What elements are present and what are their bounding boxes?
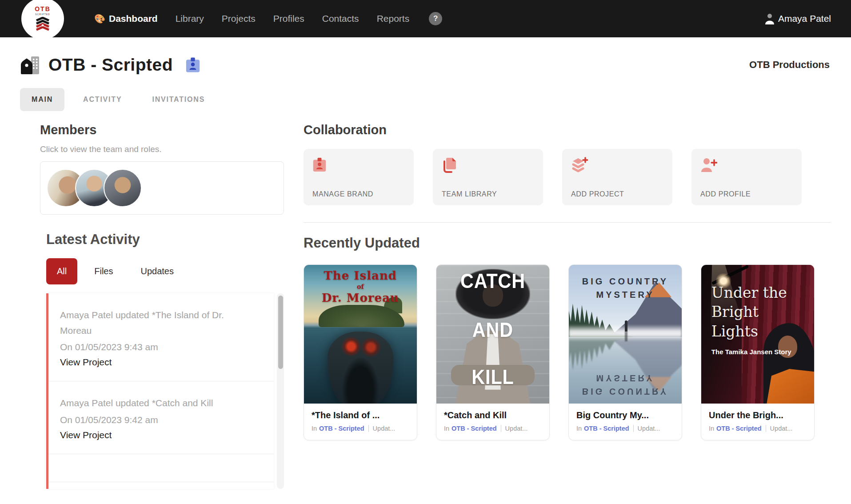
poster-decoration xyxy=(328,332,393,404)
poster-title-line: Bright xyxy=(711,302,787,322)
nav-item-profiles[interactable]: Profiles xyxy=(273,13,304,24)
team-library-card[interactable]: TEAM LIBRARY xyxy=(433,149,543,205)
tab-invitations[interactable]: INVITATIONS xyxy=(140,88,216,111)
meta-updated: Updat... xyxy=(770,425,793,432)
nav-item-label: Contacts xyxy=(322,13,359,24)
poster-title: BIG COUNTRY MYSTERY xyxy=(569,275,682,301)
poster-title-line: BIG COUNTRY xyxy=(569,275,682,288)
activity-list: Amaya Patel updated *The Island of Dr. M… xyxy=(46,293,274,489)
activity-filters: All Files Updates xyxy=(40,258,284,284)
poster-title-line: of xyxy=(304,283,417,290)
latest-activity-title: Latest Activity xyxy=(40,232,284,248)
project-card-footer: *The Island of ... In OTB - Scripted Upd… xyxy=(304,404,417,440)
poster-big-country-image: BIG COUNTRY MYSTERY BIG COUNTRY MYSTERY xyxy=(569,265,682,404)
team-badge-icon[interactable] xyxy=(185,57,200,73)
manage-brand-card[interactable]: MANAGE BRAND xyxy=(304,149,414,205)
project-meta: In OTB - Scripted Updat... xyxy=(312,425,409,432)
activity-text: Amaya Patel updated *Catch and Kill xyxy=(60,396,251,411)
poster-catch-image: CATCH AND KILL xyxy=(436,265,549,404)
team-link[interactable]: OTB - Scripted xyxy=(716,425,762,432)
poster-title-line: The Island xyxy=(304,269,417,282)
logo-text: OTB xyxy=(35,6,51,12)
app-logo[interactable]: OTB SCRIPTED xyxy=(21,0,64,40)
meta-in-label: In xyxy=(576,425,582,432)
meta-updated: Updat... xyxy=(505,425,528,432)
project-card-footer: Under the Brigh... In OTB - Scripted Upd… xyxy=(701,404,814,440)
page-title: OTB - Scripted xyxy=(48,55,173,75)
avatar[interactable] xyxy=(104,169,142,207)
add-profile-card[interactable]: ADD PROFILE xyxy=(691,149,802,205)
filter-updates[interactable]: Updates xyxy=(130,258,184,284)
nav-menu: 🎨 Dashboard Library Projects Profiles Co… xyxy=(94,12,442,25)
person-plus-icon xyxy=(700,157,717,173)
poster-decoration xyxy=(625,332,627,341)
poster-title-line: KILL xyxy=(443,366,543,387)
poster-title-line: BIG COUNTRY xyxy=(569,385,682,398)
poster-title: The Island of Dr. Moreau xyxy=(304,269,417,304)
collab-card-label: ADD PROJECT xyxy=(571,190,663,198)
project-card-island[interactable]: The Island of Dr. Moreau *The Island of … xyxy=(304,264,417,440)
poster-title-line: MYSTERY xyxy=(569,372,682,385)
activity-date: On 01/05/2023 9:42 am xyxy=(60,415,262,425)
meta-in-label: In xyxy=(709,425,714,432)
logo-subtext: SCRIPTED xyxy=(35,13,50,16)
team-link[interactable]: OTB - Scripted xyxy=(319,425,364,432)
project-meta: In OTB - Scripted Updat... xyxy=(709,425,807,432)
tab-activity[interactable]: ACTIVITY xyxy=(72,88,133,111)
recently-updated-title: Recently Updated xyxy=(304,235,831,251)
poster-title-line: MYSTERY xyxy=(569,288,682,301)
project-title: *Catch and Kill xyxy=(444,410,542,420)
help-button[interactable]: ? xyxy=(429,12,442,25)
project-card-bright-lights[interactable]: Under the Bright Lights The Tamika Janse… xyxy=(701,264,815,440)
activity-scrollbar[interactable] xyxy=(277,293,284,489)
team-building-icon xyxy=(20,56,42,74)
main-content: Members Click to view the team and roles… xyxy=(0,111,851,489)
members-card[interactable] xyxy=(40,161,284,215)
right-column: Collaboration MANAGE BRAND TEAM LIBRARY xyxy=(304,123,831,489)
project-title: Big Country My... xyxy=(576,410,674,420)
nav-item-reports[interactable]: Reports xyxy=(377,13,410,24)
meta-updated: Updat... xyxy=(373,425,396,432)
palette-icon: 🎨 xyxy=(94,13,105,24)
add-project-card[interactable]: ADD PROJECT xyxy=(562,149,672,205)
poster-title-line: Dr. Moreau xyxy=(304,291,417,304)
project-card-footer: *Catch and Kill In OTB - Scripted Updat.… xyxy=(436,404,549,440)
team-link[interactable]: OTB - Scripted xyxy=(451,425,497,432)
brand-badge-icon xyxy=(312,157,327,173)
activity-item xyxy=(48,454,274,482)
scrollbar-thumb[interactable] xyxy=(278,296,283,369)
view-project-link[interactable]: View Project xyxy=(60,430,112,440)
poster-title-reflection: BIG COUNTRY MYSTERY xyxy=(569,372,682,398)
project-meta: In OTB - Scripted Updat... xyxy=(576,425,674,432)
user-menu[interactable]: Amaya Patel xyxy=(765,13,831,24)
nav-item-projects[interactable]: Projects xyxy=(222,13,256,24)
project-card-big-country[interactable]: BIG COUNTRY MYSTERY BIG COUNTRY MYSTERY … xyxy=(568,264,682,440)
members-subtitle: Click to view the team and roles. xyxy=(40,144,284,154)
section-divider xyxy=(304,222,831,223)
view-project-link[interactable]: View Project xyxy=(60,357,112,368)
members-title: Members xyxy=(40,123,284,137)
project-card-catch-and-kill[interactable]: CATCH AND KILL *Catch and Kill In OTB - … xyxy=(436,264,550,440)
meta-separator xyxy=(633,425,634,432)
team-link[interactable]: OTB - Scripted xyxy=(584,425,629,432)
activity-item: Amaya Patel updated *The Island of Dr. M… xyxy=(48,293,274,381)
project-title: *The Island of ... xyxy=(312,410,409,420)
filter-files[interactable]: Files xyxy=(84,258,124,284)
user-name: Amaya Patel xyxy=(778,13,831,24)
poster-island-image: The Island of Dr. Moreau xyxy=(304,265,417,404)
filter-all[interactable]: All xyxy=(46,258,77,284)
poster-title: Under the Bright Lights xyxy=(711,283,787,341)
collab-card-label: MANAGE BRAND xyxy=(312,190,405,198)
left-column: Members Click to view the team and roles… xyxy=(20,123,284,489)
collab-card-label: TEAM LIBRARY xyxy=(442,190,534,198)
top-nav: OTB SCRIPTED 🎨 Dashboard Library Project… xyxy=(0,0,851,37)
nav-item-library[interactable]: Library xyxy=(176,13,204,24)
nav-item-dashboard[interactable]: 🎨 Dashboard xyxy=(94,13,158,24)
activity-list-wrap: Amaya Patel updated *The Island of Dr. M… xyxy=(40,293,284,489)
tab-main[interactable]: MAIN xyxy=(20,88,64,111)
poster-title-line: Under the xyxy=(711,283,787,303)
nav-item-contacts[interactable]: Contacts xyxy=(322,13,359,24)
org-name[interactable]: OTB Productions xyxy=(749,59,830,71)
poster-title-line: AND xyxy=(443,319,543,340)
poster-bright-lights-image: Under the Bright Lights The Tamika Janse… xyxy=(701,265,814,404)
